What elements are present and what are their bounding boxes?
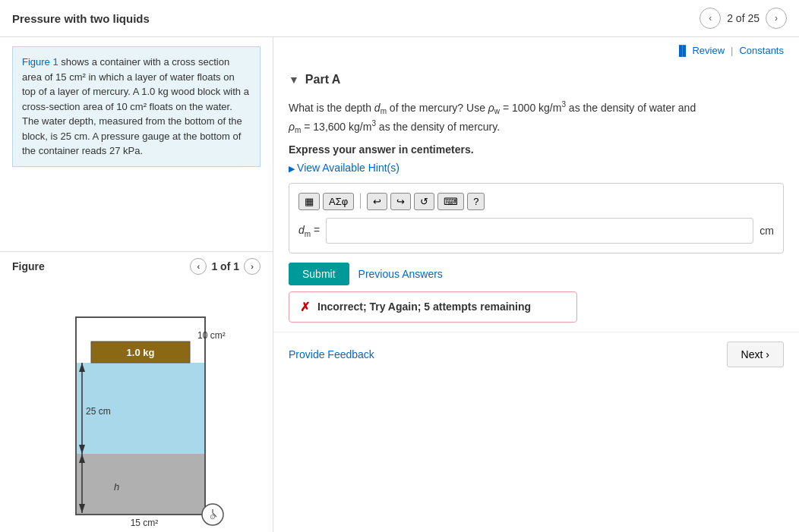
next-page-button[interactable]: › xyxy=(766,8,787,29)
express-text: Express your answer in centimeters. xyxy=(289,143,784,156)
math-toolbar: ▦ AΣφ ↩ ↪ ↺ ⌨ ? xyxy=(298,193,774,210)
figure-navigation: ‹ 1 of 1 › xyxy=(190,258,261,275)
refresh-button[interactable]: ↺ xyxy=(414,193,434,210)
page-count: 2 of 25 xyxy=(727,12,760,24)
provide-feedback-link[interactable]: Provide Feedback xyxy=(289,348,374,360)
next-label: Next xyxy=(741,348,763,360)
main-content: Figure 1 shows a container with a cross … xyxy=(0,37,799,532)
submit-button[interactable]: Submit xyxy=(289,263,349,285)
error-text: Incorrect; Try Again; 5 attempts remaini… xyxy=(317,301,531,313)
right-panel: ▐▌ Review | Constants ▼ Part A What is t… xyxy=(273,37,799,532)
submit-row: Submit Previous Answers xyxy=(289,263,784,285)
figure-area: 1.0 kg 10 cm² 25 cm h 15 cm² xyxy=(0,281,273,532)
block-label: 1.0 kg xyxy=(126,347,154,358)
part-title: Part A xyxy=(305,73,341,87)
left-panel: Figure 1 shows a container with a cross … xyxy=(0,37,273,532)
math-symbols-button[interactable]: AΣφ xyxy=(323,193,354,210)
part-header: ▼ Part A xyxy=(289,73,784,87)
figure-prev-button[interactable]: ‹ xyxy=(190,258,207,275)
error-message-box: ✗ Incorrect; Try Again; 5 attempts remai… xyxy=(289,291,577,323)
eq-variable-label: dm = xyxy=(298,224,320,238)
figure-next-button[interactable]: › xyxy=(244,258,261,275)
help-button[interactable]: ? xyxy=(467,193,485,210)
eq-unit-label: cm xyxy=(760,225,774,237)
equation-row: dm = cm xyxy=(298,218,774,244)
bottom-bar: Provide Feedback Next › xyxy=(273,332,799,376)
previous-answers-link[interactable]: Previous Answers xyxy=(358,268,443,280)
answer-input-box: ▦ AΣφ ↩ ↪ ↺ ⌨ ? dm = cm xyxy=(289,183,784,253)
bottom-area-label: 15 cm² xyxy=(130,518,158,528)
review-link[interactable]: ▐▌ Review xyxy=(675,45,725,56)
next-arrow-icon: › xyxy=(766,348,769,360)
prev-page-button[interactable]: ‹ xyxy=(700,8,721,29)
svg-text:⊙: ⊙ xyxy=(210,513,216,521)
keyboard-button[interactable]: ⌨ xyxy=(437,193,464,210)
svg-rect-1 xyxy=(77,454,204,514)
top-area-label: 10 cm² xyxy=(197,330,226,341)
figure-diagram: 1.0 kg 10 cm² 25 cm h 15 cm² xyxy=(38,287,235,530)
part-collapse-arrow[interactable]: ▼ xyxy=(289,74,299,86)
page-header: Pressure with two liquids ‹ 2 of 25 › xyxy=(0,0,799,37)
constants-link[interactable]: Constants xyxy=(739,45,784,56)
link-separator: | xyxy=(731,45,733,56)
review-icon: ▐▌ xyxy=(675,45,689,56)
matrix-button[interactable]: ▦ xyxy=(298,193,320,210)
question-text: What is the depth dm of the mercury? Use… xyxy=(289,99,784,137)
part-section: ▼ Part A What is the depth dm of the mer… xyxy=(273,64,799,332)
problem-description: Figure 1 shows a container with a cross … xyxy=(12,46,261,167)
hint-link[interactable]: View Available Hint(s) xyxy=(289,162,400,174)
figure-page: 1 of 1 xyxy=(211,260,239,272)
figure-label: Figure xyxy=(12,260,45,272)
page-navigation: ‹ 2 of 25 › xyxy=(700,8,787,29)
review-label: Review xyxy=(692,45,725,56)
next-button[interactable]: Next › xyxy=(727,342,784,367)
undo-button[interactable]: ↩ xyxy=(367,193,387,210)
problem-scroll: Figure 1 shows a container with a cross … xyxy=(0,37,273,251)
error-icon: ✗ xyxy=(300,300,310,314)
mercury-h-label: h xyxy=(114,481,119,493)
figure-header: Figure ‹ 1 of 1 › xyxy=(0,251,273,281)
toolbar-separator xyxy=(360,194,361,209)
answer-input[interactable] xyxy=(326,218,753,244)
problem-text: shows a container with a cross section a… xyxy=(22,56,249,156)
water-depth-label: 25 cm xyxy=(86,406,111,417)
redo-button[interactable]: ↪ xyxy=(390,193,411,210)
top-links: ▐▌ Review | Constants xyxy=(273,37,799,64)
page-title: Pressure with two liquids xyxy=(12,12,150,25)
figure-link[interactable]: Figure 1 xyxy=(22,56,58,68)
